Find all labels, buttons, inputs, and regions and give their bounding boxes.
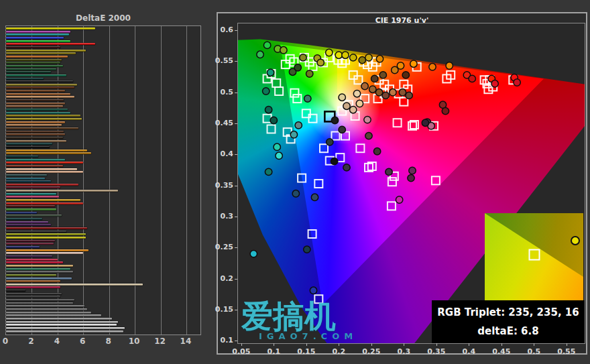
measured-circle — [265, 168, 272, 175]
delta-e-bar — [6, 186, 60, 188]
delta-e-bar — [6, 261, 63, 263]
measured-circle — [406, 92, 412, 99]
delta-e-bar — [6, 27, 95, 29]
y-tick-label: 0.2 — [213, 274, 233, 283]
delta-e-bar — [6, 305, 84, 307]
measured-circle — [350, 107, 357, 113]
measured-circle — [365, 54, 372, 61]
delta-e-bar — [6, 96, 74, 98]
delta-e-bar — [6, 40, 70, 42]
x-tick-label: 0.4 — [457, 347, 481, 356]
delta-e-bar — [6, 271, 73, 273]
measured-circle — [390, 89, 396, 96]
measured-circle — [375, 89, 382, 96]
target-square — [354, 76, 362, 84]
target-square — [320, 144, 328, 152]
delta-e-bar — [6, 255, 52, 257]
measured-circle — [514, 79, 520, 86]
x-tick-label: 10 — [126, 337, 142, 346]
x-tick-label: 14 — [178, 337, 194, 346]
delta-e-bar — [6, 103, 65, 105]
measured-circle — [408, 174, 414, 181]
delta-e-value-label: deltaE: 6.8 — [432, 322, 585, 341]
delta-e-bar — [6, 124, 62, 126]
delta-e-bar — [6, 71, 51, 73]
delta-e-bar — [6, 37, 64, 39]
delta-e-bar — [6, 174, 47, 176]
measured-circle — [280, 47, 287, 54]
delta-e-bar — [6, 121, 65, 123]
delta-e-bar — [6, 205, 55, 207]
y-tick-mark — [235, 186, 237, 186]
delta-e-bar — [6, 137, 63, 139]
measured-circle — [361, 82, 368, 89]
delta-e-bar — [6, 246, 40, 248]
y-tick-mark — [235, 93, 237, 93]
target-square — [308, 230, 316, 238]
x-tick-mark — [339, 343, 339, 346]
x-tick-label: 0.55 — [554, 347, 579, 356]
x-tick-label: 4 — [49, 337, 65, 346]
measured-circle — [396, 196, 402, 203]
delta-e-bar — [6, 268, 70, 270]
delta-e-bar — [6, 233, 86, 235]
target-square — [332, 132, 340, 140]
delta-e-bar — [6, 224, 51, 226]
x-tick-mark — [567, 343, 567, 346]
target-square — [388, 178, 396, 186]
measured-circle — [343, 103, 350, 109]
y-tick-mark — [235, 279, 237, 280]
delta-e-bar — [6, 31, 70, 33]
measured-circle — [446, 62, 453, 69]
target-square — [314, 180, 322, 188]
measured-circle — [342, 52, 349, 58]
calibration-report: DeltaE 2000 02468101214 CIE 1976 u'v' RG… — [0, 0, 590, 364]
x-tick-mark — [306, 343, 307, 346]
measured-circle — [359, 56, 365, 63]
delta-e-bar — [6, 93, 70, 95]
y-tick-label: 0.1 — [213, 336, 233, 345]
y-tick-mark — [235, 30, 237, 31]
delta-e-bar — [6, 62, 60, 64]
x-tick-label: 0.45 — [489, 347, 514, 356]
delta-e-bar — [6, 302, 73, 304]
x-tick-mark — [469, 343, 469, 346]
inset-target-square — [528, 249, 540, 261]
delta-e-bar — [6, 249, 88, 251]
delta-e-bar — [6, 50, 86, 52]
measured-circle — [270, 117, 277, 123]
x-tick-label: 8 — [101, 337, 117, 346]
measured-circle — [491, 80, 498, 87]
y-tick-mark — [235, 154, 237, 155]
delta-e-bar — [6, 156, 38, 158]
delta-e-bar — [6, 152, 91, 154]
measured-circle — [294, 64, 301, 71]
target-square — [388, 202, 396, 210]
delta-e-bar — [6, 259, 58, 261]
zoom-inset — [485, 213, 583, 302]
delta-e-bar — [6, 131, 64, 133]
inset-measured-circle — [571, 236, 580, 245]
measured-circle — [353, 90, 360, 97]
measured-circle — [379, 72, 386, 78]
measured-circle — [399, 89, 406, 96]
target-square — [400, 98, 408, 106]
measured-circle — [257, 51, 263, 58]
delta-e-bar — [6, 299, 74, 301]
delta-e-bar — [6, 65, 63, 67]
x-tick-label: 0.05 — [229, 347, 253, 356]
measured-circle — [356, 100, 363, 107]
delta-e-bar — [6, 105, 63, 107]
delta-e-bar — [6, 227, 87, 229]
measured-circle — [343, 164, 350, 171]
y-tick-label: 0.35 — [213, 181, 233, 190]
measured-circle — [267, 69, 274, 76]
target-square — [356, 144, 364, 152]
y-tick-mark — [235, 217, 237, 217]
delta-e-bar — [6, 252, 83, 254]
cie-x-axis: 0.050.10.150.20.250.30.350.40.450.50.55 — [238, 343, 588, 362]
x-tick-label: 2 — [23, 337, 39, 346]
delta-e-bar — [6, 265, 73, 267]
measured-circle — [304, 95, 311, 102]
y-tick-mark — [235, 341, 237, 341]
